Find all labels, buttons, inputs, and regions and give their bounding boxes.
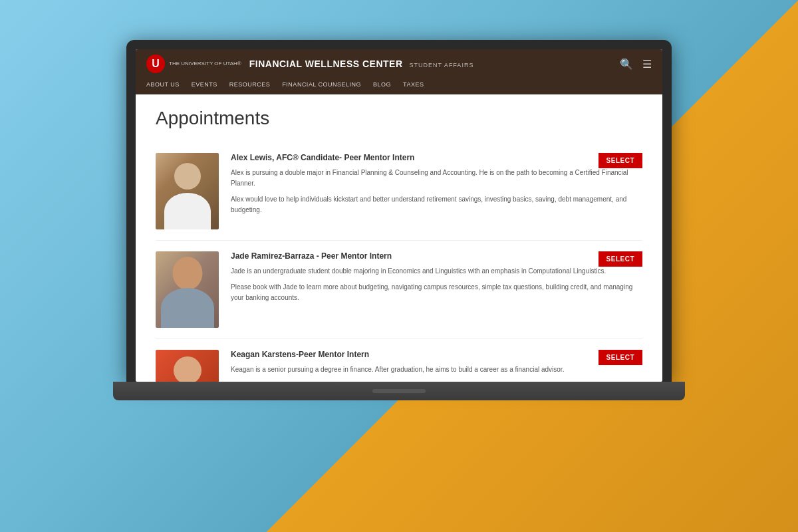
laptop-base [113, 382, 685, 400]
page-title: Appointments [156, 108, 642, 129]
counselor-name-keagan: Keagan Karstens-Peer Mentor Intern [231, 350, 642, 359]
laptop-frame: U THE UNIVERSITY OF UTAH® FINANCIAL WELL… [113, 40, 685, 492]
nav-financial-counseling[interactable]: FINANCIAL COUNSELING [282, 81, 361, 90]
counselor-photo-keagan [156, 350, 219, 382]
counselor-photo-jade [156, 251, 219, 328]
select-button-keagan[interactable]: SELECT [598, 350, 642, 365]
counselor-photo-alex [156, 153, 219, 229]
counselor-bio-alex-1: Alex is pursuing a double major in Finan… [231, 168, 642, 189]
counselor-info-keagan: Keagan Karstens-Peer Mentor Intern Keaga… [231, 350, 642, 382]
nav-events[interactable]: EVENTS [192, 81, 217, 90]
counselor-bio-alex-2: Alex would love to help individuals kick… [231, 194, 642, 215]
site-title: FINANCIAL WELLNESS CENTER [249, 59, 403, 69]
counselor-info-jade: Jade Ramirez-Barraza - Peer Mentor Inter… [231, 251, 642, 309]
trackpad-bump [372, 389, 426, 393]
university-name: THE UNIVERSITY OF UTAH® [169, 61, 241, 67]
counselor-name-jade: Jade Ramirez-Barraza - Peer Mentor Inter… [231, 251, 642, 261]
counselor-card-keagan: Keagan Karstens-Peer Mentor Intern Keaga… [156, 339, 642, 382]
counselor-bio-jade-2: Please book with Jade to learn more abou… [231, 282, 642, 303]
nav-blog[interactable]: BLOG [373, 81, 391, 90]
menu-icon[interactable]: ☰ [642, 58, 652, 70]
site-subtitle: STUDENT AFFAIRS [410, 62, 474, 68]
screen-bezel: U THE UNIVERSITY OF UTAH® FINANCIAL WELL… [126, 40, 672, 382]
counselor-card-alex: Alex Lewis, AFC® Candidate- Peer Mentor … [156, 142, 642, 241]
select-button-alex[interactable]: SELECT [598, 153, 642, 168]
select-button-jade[interactable]: SELECT [598, 251, 642, 267]
counselor-card-jade: Jade Ramirez-Barraza - Peer Mentor Inter… [156, 241, 642, 339]
counselor-bio-keagan-2: He is excited to meet with individuals t… [231, 380, 642, 382]
laptop-screen: U THE UNIVERSITY OF UTAH® FINANCIAL WELL… [136, 49, 662, 382]
nav-resources[interactable]: RESOURCES [229, 81, 271, 90]
counselor-bio-keagan-1: Keagan is a senior pursuing a degree in … [231, 364, 642, 375]
site-header: U THE UNIVERSITY OF UTAH® FINANCIAL WELL… [136, 49, 662, 94]
header-icons: 🔍 ☰ [620, 58, 652, 70]
page-content: Appointments Alex Lewis, AFC® Candidate-… [136, 94, 662, 382]
header-title-group: FINANCIAL WELLNESS CENTER STUDENT AFFAIR… [249, 59, 612, 69]
university-logo[interactable]: U THE UNIVERSITY OF UTAH® [146, 55, 241, 73]
counselor-name-alex: Alex Lewis, AFC® Candidate- Peer Mentor … [231, 153, 642, 162]
counselor-bio-jade-1: Jade is an undergraduate student double … [231, 266, 642, 277]
nav-bar: ABOUT US EVENTS RESOURCES FINANCIAL COUN… [146, 77, 652, 94]
counselor-info-alex: Alex Lewis, AFC® Candidate- Peer Mentor … [231, 153, 642, 221]
uu-u-icon: U [146, 55, 165, 73]
nav-taxes[interactable]: TAXES [403, 81, 424, 90]
nav-about-us[interactable]: ABOUT US [146, 81, 180, 90]
search-icon[interactable]: 🔍 [620, 58, 633, 70]
